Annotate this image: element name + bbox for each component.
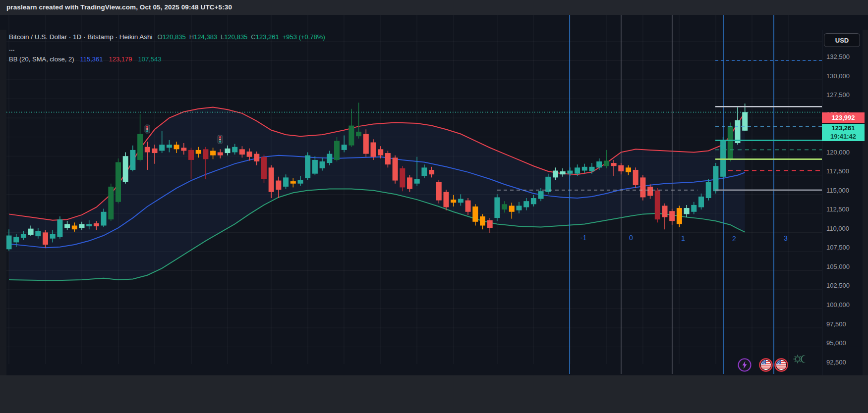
projection-number-label[interactable]: 1 [681,234,685,242]
candle-body [509,206,515,211]
candle-body [371,142,376,156]
bb-indicator-label[interactable]: BB (20, SMA, close, 2) [9,55,74,63]
candle-body [86,224,92,226]
candle-body [247,152,252,157]
candle-body [167,145,172,148]
candle-body [698,197,704,207]
candle-body [655,191,660,220]
price-axis-separator [822,30,822,390]
legend: Bitcoin / U.S. Dollar · 1D · Bitstamp · … [9,34,325,62]
us-flag-event-icon [774,358,788,372]
candle-body [13,237,19,243]
price-tag-last: 123,261 19:41:42 [822,124,865,141]
candle-body [596,161,602,167]
candle-body [50,234,56,238]
ohlc-values: O120,835H124,383L120,835C123,261+953 (+0… [158,33,325,41]
candle-body [728,126,733,160]
candle-body [407,177,412,189]
candle-body [604,160,609,166]
tradingview-chart-export: praslearn created with TradingView.com, … [0,0,868,413]
candle-body [57,219,62,237]
candle-body [582,167,587,171]
low-value: 120,835 [224,33,247,41]
candle-body [400,168,405,188]
candle-body [465,201,471,212]
footer-bar: TradingView [0,375,868,413]
price-axis-label: 100,000 [826,301,850,308]
candle-body [458,199,463,203]
candle-body [640,177,645,197]
crypto-event-lightning-icon [738,358,752,372]
projection-number-label[interactable]: 2 [732,235,736,243]
candle-body [429,170,434,174]
candle-body [101,212,107,226]
open-key: O [158,33,163,41]
candle-body [188,150,194,160]
candle-body [720,140,726,177]
candle-body [451,200,456,203]
price-axis-label: 95,000 [826,339,846,347]
candle-body [79,224,85,228]
candle-body [356,132,361,136]
candle-body [130,150,135,170]
candle-body [684,208,690,214]
bar-countdown: 19:41:42 [830,133,856,141]
candle-body [575,167,580,173]
candle-body [502,204,507,209]
candle-body [742,112,748,130]
bb-upper-value: 123,179 [109,55,132,63]
bb-basis-value: 115,361 [80,55,103,63]
last-price: 123,261 [832,124,855,132]
candle-body [567,171,573,174]
price-axis-label: 110,000 [826,224,849,232]
candle-body [589,167,595,171]
currency-toggle-button[interactable]: USD [824,33,860,47]
candle-body [269,167,274,192]
projection-number-label[interactable]: 0 [629,234,633,242]
symbol-title[interactable]: Bitcoin / U.S. Dollar · 1D · Bitstamp · … [9,33,153,41]
candle-body [35,231,41,236]
candle-body [218,153,223,155]
candle-body [348,126,354,146]
signal-dot-amber [146,128,148,130]
projection-number-label[interactable]: 3 [784,234,788,242]
pane-left-margin [0,30,6,390]
candle-body [611,163,617,166]
price-axis-label: 105,000 [826,262,850,270]
price-axis-label: 127,500 [826,91,850,99]
price-tag-alert: 123,992 [822,112,865,123]
candle-body [108,187,114,219]
chart-canvas[interactable] [0,15,868,375]
candle-body [553,171,558,178]
candle-body [298,180,303,184]
candle-body [342,145,347,150]
candle-body [261,157,267,179]
bb-lower-value: 107,543 [138,55,162,63]
candle-body [94,223,99,226]
candle-body [305,155,310,178]
bb-indicator-row[interactable]: BB (20, SMA, close, 2)115,361123,179107,… [9,56,325,62]
candle-body [363,134,369,154]
candle-body [174,145,179,149]
candle-body [378,149,383,155]
candle-body [480,216,485,225]
candle-body [633,170,638,185]
traffic-light-signal-icon[interactable] [145,125,150,133]
candle-body [232,147,237,153]
attribution-bar: praslearn created with TradingView.com, … [0,0,868,15]
projection-number-label[interactable]: -1 [580,234,586,242]
symbol-legend-row[interactable]: Bitcoin / U.S. Dollar · 1D · Bitstamp · … [9,34,325,41]
candle-body [28,229,34,235]
price-axis-label: 97,500 [826,320,846,327]
candle-body [494,197,500,218]
candle-body [385,153,391,164]
traffic-light-signal-icon[interactable] [218,135,223,144]
price-axis-label: 102,500 [826,282,850,289]
price-axis-label: 130,000 [826,72,850,79]
chart-pane[interactable]: Bitcoin / U.S. Dollar · 1D · Bitstamp · … [0,15,868,375]
candle-body [123,156,128,182]
candle-body [21,234,26,238]
price-axis-label: 107,500 [826,244,850,251]
legend-more-ellipsis[interactable]: ... [9,45,325,52]
price-axis-label: 132,500 [826,53,850,60]
